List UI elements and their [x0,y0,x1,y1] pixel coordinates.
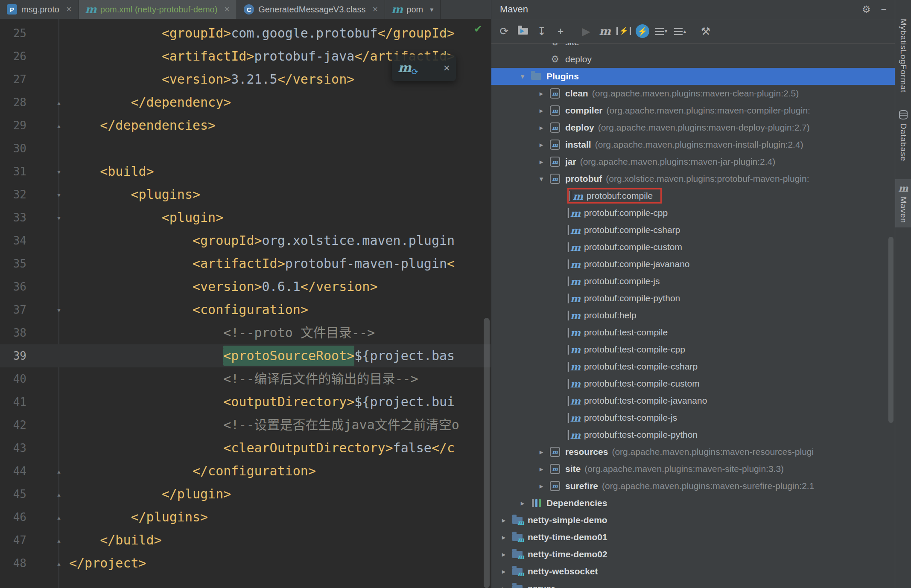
code-indent [69,72,162,87]
chevron-down-icon[interactable]: ▾ [430,6,433,14]
reimport-icon[interactable]: ⟳ [495,23,514,40]
fold-marker-icon[interactable]: ▴ [52,552,66,575]
tree-item-label: server [528,583,555,588]
tab-generated-message-class[interactable]: CGeneratedMessageV3.class× [237,0,385,19]
chevron-right-icon[interactable]: ▸ [534,123,549,132]
maven-settings-icon[interactable]: ⚒ [696,23,715,40]
tool-button-mybatislogformat[interactable]: MybatisLogFormat [895,15,911,97]
chevron-down-icon[interactable]: ▾ [534,175,549,183]
tool-button-maven[interactable]: mMaven [895,179,911,227]
tree-item-protobuf[interactable]: ▾mprotobuf(org.xolstice.maven.plugins:pr… [491,170,895,187]
tree-item-plugins[interactable]: ▾Plugins [491,68,895,85]
tree-item-deploy[interactable]: ⚙deploy [491,51,895,68]
fold-marker-icon[interactable]: ▾ [52,183,66,206]
fold-marker-icon[interactable]: ▾ [52,160,66,183]
tree-item-protobuf-test-compile-js[interactable]: mprotobuf:test-compile-js [491,409,895,426]
chevron-right-icon[interactable]: ▸ [496,533,511,542]
tree-item-protobuf-test-compile-csharp[interactable]: mprotobuf:test-compile-csharp [491,358,895,375]
tree-item-netty-websocket[interactable]: ▸mnetty-websocket [491,563,895,580]
tree-item-protobuf-test-compile-custom[interactable]: mprotobuf:test-compile-custom [491,375,895,392]
tree-item-protobuf-compile-cpp[interactable]: mprotobuf:compile-cpp [491,204,895,221]
tab-close-icon[interactable]: × [224,4,230,15]
tab-msg-proto[interactable]: Pmsg.proto× [0,0,79,19]
chevron-right-icon[interactable]: ▸ [534,89,549,98]
tree-item-clean[interactable]: ▸mclean(org.apache.maven.plugins:maven-c… [491,85,895,102]
code-line: 36 <version>0.6.1</version> [0,275,491,298]
tree-item-dependencies[interactable]: ▸Dependencies [491,495,895,512]
chevron-right-icon[interactable]: ▸ [515,499,530,508]
editor-tab-bar: Pmsg.proto×mpom.xml (netty-protobuf-demo… [0,0,491,19]
chevron-right-icon[interactable]: ▸ [534,106,549,115]
fold-marker-icon[interactable]: ▴ [52,460,66,483]
tree-item-resources[interactable]: ▸mresources(org.apache.maven.plugins:mav… [491,443,895,460]
editor-scrollbar[interactable] [484,318,490,588]
chevron-right-icon[interactable]: ▸ [534,482,549,491]
tree-item-protobuf-compile-python[interactable]: mprotobuf:compile-python [491,290,895,307]
tree-item-protobuf-compile-javanano[interactable]: mprotobuf:compile-javanano [491,256,895,273]
offline-mode-icon[interactable]: ⚡ [636,24,649,38]
gear-icon[interactable]: ⚙ [862,4,871,15]
fold-marker-icon[interactable]: ▴ [52,483,66,506]
fold-marker-icon[interactable]: ▾ [52,298,66,321]
chevron-right-icon[interactable]: ▸ [534,448,549,457]
fold-marker-icon[interactable]: ▴ [52,506,66,529]
chevron-right-icon[interactable]: ▸ [496,567,511,576]
code-editor[interactable]: 25 <groupId>com.google.protobuf</groupId… [0,19,491,588]
inspections-ok-icon[interactable]: ✔ [475,21,482,35]
chevron-right-icon[interactable]: ▸ [534,157,549,166]
tree-item-protobuf-test-compile-cpp[interactable]: mprotobuf:test-compile-cpp [491,341,895,358]
collapse-all-icon[interactable]: ▴ [671,23,689,40]
tree-item-protobuf-compile[interactable]: mprotobuf:compile [491,187,895,204]
maven-reimport-icon[interactable]: m⟳ [398,61,412,74]
tree-item-deploy[interactable]: ▸mdeploy(org.apache.maven.plugins:maven-… [491,119,895,136]
tree-item-protobuf-compile-csharp[interactable]: mprotobuf:compile-csharp [491,221,895,239]
maven-tree-scrollbar[interactable] [888,237,893,423]
tab-close-icon[interactable]: × [66,4,72,15]
fold-marker-icon[interactable]: ▴ [52,91,66,114]
fold-marker-icon[interactable]: ▾ [52,206,66,229]
tree-item-netty-simple-demo[interactable]: ▸mnetty-simple-demo [491,512,895,529]
tree-item-compiler[interactable]: ▸mcompiler(org.apache.maven.plugins:mave… [491,102,895,119]
tree-item-protobuf-test-compile-python[interactable]: mprotobuf:test-compile-python [491,426,895,443]
execute-goal-icon[interactable]: m [596,23,614,40]
tree-item-site[interactable]: ⚙site [491,43,895,51]
generate-sources-icon[interactable] [514,23,532,40]
chevron-right-icon[interactable]: ▸ [496,516,511,525]
add-maven-project-icon[interactable]: + [551,23,570,40]
hide-panel-icon[interactable]: − [881,4,887,15]
tree-item-server[interactable]: ▸mserver [491,580,895,588]
tree-item-netty-time-demo02[interactable]: ▸mnetty-time-demo02 [491,546,895,563]
chevron-right-icon[interactable]: ▸ [534,140,549,149]
code-text: </plugins> [69,506,208,529]
fold-marker-icon[interactable]: ▴ [52,114,66,137]
tree-item-surefire[interactable]: ▸msurefire(org.apache.maven.plugins:mave… [491,477,895,495]
chevron-down-icon[interactable]: ▾ [515,72,530,81]
chevron-right-icon[interactable]: ▸ [496,584,511,588]
code-line: 43 <clearOutputDirectory>false</c [0,437,491,460]
plugin-icon: m [549,140,561,150]
tool-button-database[interactable]: Database [895,106,911,166]
run-build-icon[interactable]: ▶ [577,23,596,40]
tree-item-protobuf-compile-custom[interactable]: mprotobuf:compile-custom [491,239,895,256]
tab-pom-xml[interactable]: mpom.xml (netty-protobuf-demo)× [79,0,237,19]
chevron-right-icon[interactable]: ▸ [496,550,511,559]
module-m-badge: m [517,553,524,561]
download-sources-icon[interactable]: ↧ [532,23,551,40]
tree-item-netty-time-demo01[interactable]: ▸mnetty-time-demo01 [491,529,895,546]
goal-icon: m [567,294,580,303]
line-number: 44 [0,460,26,483]
tree-item-protobuf-help[interactable]: mprotobuf:help [491,307,895,324]
tree-item-protobuf-compile-js[interactable]: mprotobuf:compile-js [491,273,895,290]
tree-item-site[interactable]: ▸msite(org.apache.maven.plugins:maven-si… [491,460,895,477]
chevron-right-icon[interactable]: ▸ [534,465,549,474]
expand-all-icon[interactable]: ▾ [652,23,671,40]
tab-close-icon[interactable]: × [372,4,378,15]
tree-item-protobuf-test-compile[interactable]: mprotobuf:test-compile [491,324,895,341]
skip-tests-icon[interactable]: ⚡ [614,23,633,40]
popup-close-icon[interactable]: × [444,61,450,75]
tab-pom-overflow[interactable]: mpom▾ [385,0,441,19]
tree-item-install[interactable]: ▸minstall(org.apache.maven.plugins:maven… [491,136,895,153]
tree-item-jar[interactable]: ▸mjar(org.apache.maven.plugins:maven-jar… [491,153,895,170]
tree-item-protobuf-test-compile-javanano[interactable]: mprotobuf:test-compile-javanano [491,392,895,409]
fold-marker-icon[interactable]: ▴ [52,529,66,552]
